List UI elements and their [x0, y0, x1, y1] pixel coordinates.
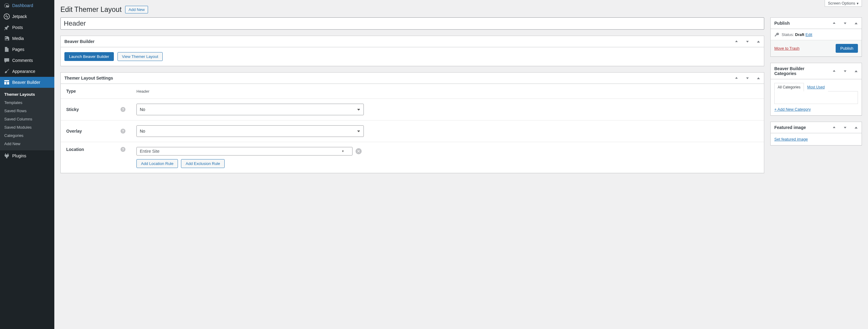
panel-move-down[interactable]: [840, 18, 850, 29]
tab-all-categories[interactable]: All Categories: [774, 83, 804, 92]
panel-move-down[interactable]: [840, 66, 850, 76]
panel-move-down[interactable]: [742, 36, 753, 47]
submenu-saved-modules[interactable]: Saved Modules: [0, 123, 54, 131]
location-select[interactable]: Entire Site: [136, 147, 352, 156]
submenu-categories[interactable]: Categories: [0, 131, 54, 140]
menu-label: Pages: [12, 47, 24, 52]
page-title: Edit Themer Layout: [60, 5, 121, 14]
panel-move-up[interactable]: [829, 66, 840, 76]
plug-icon: [4, 153, 10, 159]
menu-label: Plugins: [12, 153, 26, 158]
menu-pages[interactable]: Pages: [0, 44, 54, 55]
menu-comments[interactable]: Comments: [0, 55, 54, 66]
svg-rect-3: [7, 82, 9, 85]
panel-move-up[interactable]: [829, 122, 840, 133]
location-label: Location: [66, 147, 84, 152]
publish-panel: Publish Status: Draft Edit: [770, 18, 862, 57]
featured-image-panel: Featured image Set featured image: [770, 122, 862, 145]
screen-meta: Screen Options: [825, 0, 862, 7]
menu-jetpack[interactable]: Jetpack: [0, 11, 54, 22]
overlay-label: Overlay: [66, 129, 82, 134]
panel-title: Featured image: [771, 122, 829, 133]
tab-most-used[interactable]: Most Used: [804, 83, 828, 92]
menu-plugins[interactable]: Plugins: [0, 150, 54, 161]
menu-beaver-builder[interactable]: Beaver Builder: [0, 77, 54, 88]
submenu-saved-rows[interactable]: Saved Rows: [0, 107, 54, 115]
view-themer-layout-button[interactable]: View Themer Layout: [118, 52, 163, 61]
svg-rect-2: [4, 82, 6, 85]
brush-icon: [4, 68, 10, 74]
submenu-themer-layouts[interactable]: Themer Layouts: [0, 90, 54, 98]
menu-posts[interactable]: Posts: [0, 22, 54, 33]
svg-rect-1: [4, 80, 9, 81]
panel-move-down[interactable]: [840, 122, 850, 133]
svg-point-0: [4, 14, 9, 19]
submenu-saved-columns[interactable]: Saved Columns: [0, 115, 54, 123]
menu-label: Appearance: [12, 69, 35, 74]
menu-label: Media: [12, 36, 24, 41]
beaver-builder-submenu: Themer Layouts Templates Saved Rows Save…: [0, 88, 54, 150]
submenu-templates[interactable]: Templates: [0, 98, 54, 107]
sticky-select[interactable]: No: [136, 104, 364, 115]
menu-label: Comments: [12, 58, 33, 63]
admin-sidebar: Dashboard Jetpack Posts Media Pages Comm…: [0, 0, 54, 329]
overlay-select[interactable]: No: [136, 125, 364, 137]
post-title-input[interactable]: [60, 18, 764, 30]
categories-list: [774, 91, 858, 104]
panel-title: Themer Layout Settings: [61, 73, 731, 84]
edit-status-link[interactable]: Edit: [805, 32, 812, 37]
jetpack-icon: [4, 13, 10, 20]
panel-title: Publish: [771, 18, 829, 29]
page-header: Edit Themer Layout Add New: [60, 0, 862, 18]
panel-move-up[interactable]: [829, 18, 840, 29]
key-icon: [774, 32, 779, 37]
panel-toggle[interactable]: [850, 66, 862, 76]
remove-rule-icon[interactable]: ✕: [355, 148, 362, 154]
help-icon[interactable]: ?: [121, 107, 125, 112]
menu-dashboard[interactable]: Dashboard: [0, 0, 54, 11]
publish-button[interactable]: Publish: [836, 44, 858, 53]
add-location-rule-button[interactable]: Add Location Rule: [136, 159, 178, 168]
panel-move-down[interactable]: [742, 73, 753, 84]
panel-title: Beaver Builder: [61, 36, 731, 47]
help-icon[interactable]: ?: [121, 129, 125, 134]
add-new-category-link[interactable]: + Add New Category: [774, 107, 811, 111]
themer-settings-panel: Themer Layout Settings Type Header: [60, 72, 764, 173]
layout-icon: [4, 79, 10, 86]
status-label: Status:: [782, 32, 794, 37]
submenu-add-new[interactable]: Add New: [0, 140, 54, 148]
sticky-label: Sticky: [66, 107, 79, 112]
menu-label: Beaver Builder: [12, 80, 40, 85]
help-icon[interactable]: ?: [121, 147, 125, 152]
add-exclusion-rule-button[interactable]: Add Exclusion Rule: [181, 159, 225, 168]
media-icon: [4, 35, 10, 41]
menu-label: Posts: [12, 25, 23, 30]
categories-panel: Beaver Builder Categories All Categories…: [770, 63, 862, 116]
beaver-builder-panel: Beaver Builder Launch Beaver Builder Vie…: [60, 36, 764, 66]
panel-toggle[interactable]: [850, 18, 862, 29]
set-featured-image-link[interactable]: Set featured image: [774, 137, 808, 141]
panel-move-up[interactable]: [731, 36, 742, 47]
panel-move-up[interactable]: [731, 73, 742, 84]
menu-label: Dashboard: [12, 3, 33, 8]
comment-icon: [4, 57, 10, 63]
page-icon: [4, 46, 10, 53]
panel-toggle[interactable]: [753, 36, 764, 47]
move-to-trash-link[interactable]: Move to Trash: [774, 46, 799, 51]
panel-toggle[interactable]: [850, 122, 862, 133]
add-new-button[interactable]: Add New: [125, 6, 148, 13]
pin-icon: [4, 24, 10, 31]
main-content: Screen Options Edit Themer Layout Add Ne…: [54, 0, 868, 329]
menu-appearance[interactable]: Appearance: [0, 66, 54, 77]
panel-toggle[interactable]: [753, 73, 764, 84]
dashboard-icon: [4, 2, 10, 8]
menu-media[interactable]: Media: [0, 33, 54, 44]
status-value: Draft: [795, 32, 804, 37]
menu-label: Jetpack: [12, 14, 27, 19]
panel-title: Beaver Builder Categories: [771, 63, 829, 79]
type-label: Type: [61, 84, 131, 99]
screen-options-button[interactable]: Screen Options: [825, 0, 862, 7]
type-value: Header: [131, 84, 764, 99]
launch-beaver-builder-button[interactable]: Launch Beaver Builder: [64, 52, 114, 61]
